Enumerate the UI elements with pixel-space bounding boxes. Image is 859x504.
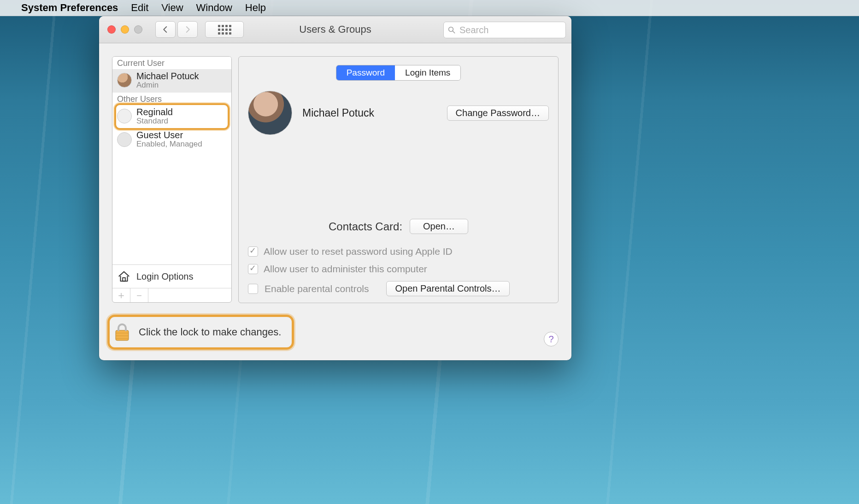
checkbox-label: Allow user to administer this computer — [264, 264, 427, 275]
avatar — [117, 109, 132, 123]
minimize-window-button[interactable] — [121, 25, 129, 34]
checkbox-label: Allow user to reset password using Apple… — [264, 246, 453, 257]
user-options: Allow user to reset password using Apple… — [248, 246, 549, 296]
checkbox-administer: Allow user to administer this computer — [248, 264, 549, 275]
svg-rect-2 — [123, 278, 125, 281]
user-role-label: Enabled, Managed — [136, 140, 202, 149]
back-button[interactable] — [155, 21, 176, 38]
user-name-label: Reginald — [136, 107, 173, 117]
macos-menubar: System Preferences Edit View Window Help — [0, 0, 859, 16]
login-options-button[interactable]: Login Options — [112, 264, 231, 288]
chevron-left-icon — [161, 25, 170, 34]
menu-edit[interactable]: Edit — [131, 2, 148, 14]
svg-rect-3 — [116, 330, 129, 340]
change-password-button[interactable]: Change Password… — [447, 105, 549, 121]
chevron-right-icon — [183, 25, 192, 34]
checkbox — [248, 246, 258, 257]
tab-segmented-control: Password Login Items — [336, 65, 461, 81]
svg-line-1 — [453, 31, 455, 33]
zoom-window-button — [134, 25, 142, 34]
menu-view[interactable]: View — [161, 2, 183, 14]
window-body: Current User Michael Potuck Admin Other … — [99, 43, 571, 308]
checkbox-parental-controls: Enable parental controls Open Parental C… — [248, 281, 549, 296]
close-window-button[interactable] — [107, 25, 116, 34]
tab-login-items[interactable]: Login Items — [395, 65, 460, 80]
checkbox — [248, 284, 258, 294]
sidebar-item-guest-user[interactable]: Guest User Enabled, Managed — [112, 128, 231, 152]
contacts-card-label: Contacts Card: — [329, 220, 402, 233]
avatar — [117, 73, 132, 88]
sidebar-fill — [112, 152, 231, 264]
contacts-card-row: Contacts Card: Open… — [248, 219, 549, 239]
login-options-label: Login Options — [136, 271, 193, 282]
sidebar-column: Current User Michael Potuck Admin Other … — [112, 56, 232, 303]
user-role-label: Standard — [136, 117, 173, 126]
forward-button — [177, 21, 198, 38]
open-parental-controls-button[interactable]: Open Parental Controls… — [386, 281, 509, 296]
menubar-app-name[interactable]: System Preferences — [21, 2, 118, 14]
user-role-label: Admin — [136, 81, 199, 90]
search-placeholder: Search — [459, 25, 488, 35]
checkbox — [248, 264, 258, 274]
search-input[interactable]: Search — [443, 22, 566, 38]
user-name-label: Guest User — [136, 130, 202, 140]
user-name-block: Michael Potuck Admin — [136, 71, 199, 90]
profile-display-name: Michael Potuck — [302, 107, 374, 119]
user-name-block: Reginald Standard — [136, 107, 173, 126]
help-button[interactable]: ? — [544, 332, 559, 346]
nav-buttons — [155, 21, 198, 38]
preferences-window: Users & Groups Search Current User Micha… — [99, 16, 571, 360]
search-icon — [447, 26, 456, 34]
home-icon — [117, 270, 131, 283]
sidebar-item-reginald[interactable]: Reginald Standard — [112, 105, 231, 129]
checkbox-reset-apple-id: Allow user to reset password using Apple… — [248, 246, 549, 257]
menu-window[interactable]: Window — [196, 2, 232, 14]
tab-password[interactable]: Password — [336, 65, 395, 80]
lock-message-label: Click the lock to make changes. — [139, 326, 281, 338]
current-user-header: Current User — [112, 57, 231, 69]
traffic-lights — [107, 25, 142, 34]
content-panel: Password Login Items Michael Potuck Chan… — [238, 56, 559, 303]
sidebar-item-current-user[interactable]: Michael Potuck Admin — [112, 69, 231, 93]
show-all-button[interactable] — [205, 21, 244, 38]
add-remove-bar: ＋ － — [112, 288, 231, 302]
user-name-block: Guest User Enabled, Managed — [136, 130, 202, 149]
window-footer: Click the lock to make changes. ? — [99, 308, 571, 360]
remove-user-button: － — [130, 288, 148, 302]
add-user-button: ＋ — [112, 288, 130, 302]
users-sidebar: Current User Michael Potuck Admin Other … — [112, 56, 232, 303]
open-contacts-button[interactable]: Open… — [410, 219, 468, 234]
user-name-label: Michael Potuck — [136, 71, 199, 81]
lock-icon — [114, 323, 130, 341]
avatar — [117, 132, 132, 147]
other-users-header: Other Users — [112, 93, 231, 105]
lock-to-make-changes[interactable]: Click the lock to make changes. — [109, 318, 290, 346]
window-titlebar: Users & Groups Search — [99, 16, 571, 43]
profile-avatar[interactable] — [248, 91, 292, 135]
checkbox-label: Enable parental controls — [265, 283, 369, 294]
profile-row: Michael Potuck Change Password… — [248, 91, 549, 135]
menu-help[interactable]: Help — [245, 2, 266, 14]
spacer — [148, 288, 231, 302]
